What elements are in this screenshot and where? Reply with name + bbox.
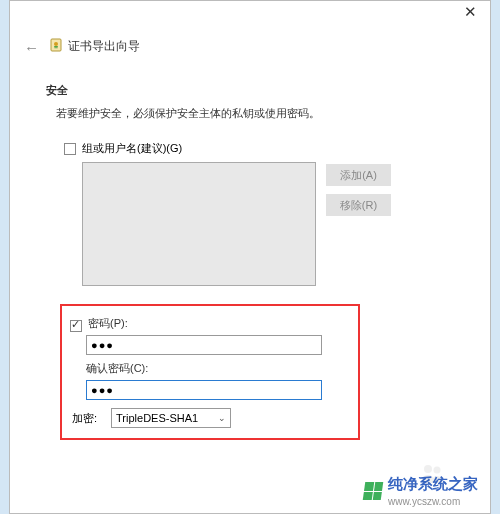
svg-point-2	[424, 465, 432, 473]
confirm-password-field[interactable]	[86, 380, 322, 400]
password-checkbox-label: 密码(P):	[88, 316, 128, 331]
members-row: 添加(A) 移除(R)	[82, 162, 454, 286]
encryption-select-value: TripleDES-SHA1	[116, 412, 198, 424]
svg-point-1	[54, 42, 58, 46]
side-buttons: 添加(A) 移除(R)	[326, 164, 391, 216]
confirm-password-label: 确认密码(C):	[86, 361, 348, 376]
chevron-down-icon: ⌄	[218, 413, 226, 423]
watermark: 纯净系统之家 www.ycszw.com	[364, 475, 478, 507]
wizard-title: 证书导出向导	[68, 38, 140, 55]
encryption-select[interactable]: TripleDES-SHA1 ⌄	[111, 408, 231, 428]
certificate-wizard-icon	[48, 37, 64, 53]
group-checkbox[interactable]	[64, 143, 76, 155]
password-checkbox-row: 密码(P):	[70, 316, 348, 335]
group-checkbox-row: 组或用户名(建议)(G)	[64, 141, 454, 156]
add-button[interactable]: 添加(A)	[326, 164, 391, 186]
remove-button[interactable]: 移除(R)	[326, 194, 391, 216]
password-section-highlight: 密码(P): 确认密码(C): 加密: TripleDES-SHA1 ⌄	[60, 304, 360, 440]
section-description: 若要维护安全，必须保护安全主体的私钥或使用密码。	[56, 106, 454, 121]
encryption-row: 加密: TripleDES-SHA1 ⌄	[72, 408, 348, 428]
content-area: 安全 若要维护安全，必须保护安全主体的私钥或使用密码。 组或用户名(建议)(G)…	[10, 45, 490, 440]
back-arrow-icon[interactable]: ←	[24, 39, 42, 57]
members-listbox[interactable]	[82, 162, 316, 286]
watermark-logo-icon	[363, 482, 384, 500]
wizard-dialog: ← 证书导出向导 ✕ 安全 若要维护安全，必须保护安全主体的私钥或使用密码。 组…	[9, 0, 491, 514]
encryption-label: 加密:	[72, 411, 97, 426]
group-checkbox-label: 组或用户名(建议)(G)	[82, 141, 182, 156]
watermark-text-block: 纯净系统之家 www.ycszw.com	[388, 475, 478, 507]
password-field[interactable]	[86, 335, 322, 355]
watermark-url: www.ycszw.com	[388, 496, 478, 507]
watermark-brand: 纯净系统之家	[388, 475, 478, 494]
section-heading: 安全	[46, 83, 454, 98]
titlebar: ← 证书导出向导 ✕	[10, 1, 490, 45]
password-checkbox[interactable]	[70, 320, 82, 332]
close-button[interactable]: ✕	[450, 1, 490, 27]
svg-point-3	[434, 467, 441, 474]
